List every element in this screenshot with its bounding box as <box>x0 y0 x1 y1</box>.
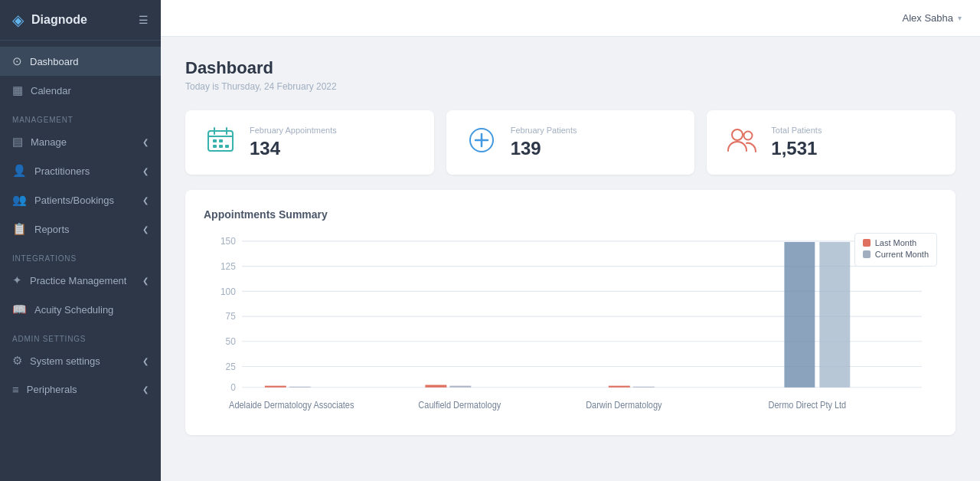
chevron-right-icon: ❮ <box>142 385 149 394</box>
dashboard-icon: ⊙ <box>12 54 22 68</box>
svg-rect-29 <box>289 387 311 388</box>
page-title: Dashboard <box>185 58 956 78</box>
people-stat-icon <box>725 126 759 159</box>
sidebar-item-acuity-scheduling[interactable]: 📖 Acuity Scheduling <box>0 295 161 324</box>
svg-point-13 <box>744 131 753 139</box>
chart-legend: Last Month Current Month <box>854 233 937 267</box>
svg-rect-6 <box>213 145 217 148</box>
stat-value: 1,531 <box>771 138 822 159</box>
calendar-stat-icon <box>204 126 237 159</box>
chevron-right-icon: ❮ <box>142 196 149 205</box>
chevron-right-icon: ❮ <box>142 138 149 146</box>
chevron-right-icon: ❮ <box>142 167 149 175</box>
legend-label-last-month: Last Month <box>875 238 916 247</box>
svg-text:75: 75 <box>226 311 236 322</box>
sidebar-item-practice-management[interactable]: ✦ Practice Management ❮ <box>0 266 161 295</box>
svg-text:Adelaide Dermatology Associate: Adelaide Dermatology Associates <box>229 401 354 411</box>
stat-card-feb-appointments: February Appointments 134 <box>185 110 434 175</box>
sidebar-item-label: Practice Management <box>30 275 126 286</box>
manage-icon: ▤ <box>12 135 23 149</box>
svg-rect-33 <box>633 387 655 388</box>
svg-text:0: 0 <box>230 382 236 394</box>
practitioners-icon: 👤 <box>12 164 27 178</box>
reports-icon: 📋 <box>12 222 27 236</box>
chevron-right-icon: ❮ <box>142 225 149 234</box>
legend-dot-current-month <box>863 250 871 258</box>
stat-label: February Appointments <box>250 126 337 135</box>
svg-rect-4 <box>213 139 217 142</box>
legend-label-current-month: Current Month <box>875 250 929 259</box>
svg-point-12 <box>732 129 743 140</box>
user-name: Alex Sabha <box>903 12 954 24</box>
stats-row: February Appointments 134 February Patie… <box>185 110 956 175</box>
hamburger-icon[interactable]: ☰ <box>139 14 149 26</box>
svg-rect-30 <box>425 385 446 388</box>
svg-rect-32 <box>609 386 630 388</box>
svg-rect-5 <box>219 139 223 142</box>
peripherals-icon: ≡ <box>12 383 19 396</box>
calendar-icon: ▦ <box>12 83 23 97</box>
chart-svg: 150 125 100 75 50 25 0 <box>204 233 937 417</box>
svg-text:Caulfield Dermatology: Caulfield Dermatology <box>418 401 501 411</box>
acuity-icon: 📖 <box>12 303 27 316</box>
appointments-summary-card: Appointments Summary 150 125 100 75 <box>185 190 956 435</box>
sidebar-item-label: Patients/Bookings <box>34 195 114 206</box>
svg-rect-31 <box>449 386 471 388</box>
sidebar-header: ◈ Diagnode ☰ <box>0 0 161 41</box>
legend-last-month: Last Month <box>863 238 929 247</box>
stat-info-feb-appointments: February Appointments 134 <box>250 126 337 159</box>
plus-circle-stat-icon <box>465 126 498 159</box>
integrations-section-label: Integrations <box>0 244 161 266</box>
svg-rect-8 <box>225 145 229 148</box>
svg-text:25: 25 <box>226 361 236 372</box>
sidebar-item-label: System settings <box>30 355 100 367</box>
stat-value: 134 <box>250 138 337 159</box>
page-content: Dashboard Today is Thursday, 24 February… <box>161 37 980 481</box>
svg-rect-28 <box>265 386 286 388</box>
sidebar-item-practitioners[interactable]: 👤 Practitioners ❮ <box>0 156 161 185</box>
sidebar-item-dashboard[interactable]: ⊙ Dashboard <box>0 47 161 76</box>
chevron-right-icon: ❮ <box>142 276 149 285</box>
stat-label: Total Patients <box>771 126 822 135</box>
stat-info-feb-patients: February Patients 139 <box>511 126 577 159</box>
brand-name: Diagnode <box>31 13 87 27</box>
patients-icon: 👥 <box>12 193 27 207</box>
sidebar-item-label: Manage <box>31 136 67 148</box>
svg-rect-7 <box>219 145 223 148</box>
svg-rect-34 <box>784 242 815 388</box>
sidebar-item-label: Dashboard <box>30 56 79 67</box>
settings-icon: ⚙ <box>12 354 22 368</box>
management-section-label: Management <box>0 105 161 127</box>
sidebar-item-label: Peripherals <box>27 384 77 395</box>
svg-rect-35 <box>819 242 850 388</box>
sidebar-item-peripherals[interactable]: ≡ Peripherals ❮ <box>0 375 161 404</box>
user-menu[interactable]: Alex Sabha ▾ <box>903 12 962 24</box>
main-area: Alex Sabha ▾ Dashboard Today is Thursday… <box>161 0 980 481</box>
chevron-right-icon: ❮ <box>142 357 149 365</box>
stat-card-total-patients: Total Patients 1,531 <box>707 110 956 175</box>
sidebar-item-calendar[interactable]: ▦ Calendar <box>0 76 161 105</box>
sidebar-nav: ⊙ Dashboard ▦ Calendar Management ▤ Mana… <box>0 41 161 481</box>
page-subtitle: Today is Thursday, 24 February 2022 <box>185 81 956 92</box>
legend-current-month: Current Month <box>863 250 929 259</box>
sidebar-item-reports[interactable]: 📋 Reports ❮ <box>0 214 161 244</box>
svg-text:Dermo Direct Pty Ltd: Dermo Direct Pty Ltd <box>768 401 846 411</box>
sidebar-item-label: Calendar <box>31 85 71 97</box>
logo-icon: ◈ <box>12 11 24 29</box>
sidebar-item-label: Practitioners <box>34 165 90 177</box>
svg-text:150: 150 <box>220 236 236 247</box>
user-menu-chevron: ▾ <box>958 14 962 22</box>
stat-label: February Patients <box>511 126 577 135</box>
legend-dot-last-month <box>863 239 871 247</box>
svg-text:50: 50 <box>226 336 236 348</box>
sidebar-item-manage[interactable]: ▤ Manage ❮ <box>0 127 161 156</box>
sidebar-item-label: Reports <box>34 224 70 235</box>
stat-value: 139 <box>511 138 577 159</box>
sidebar-item-patients-bookings[interactable]: 👥 Patients/Bookings ❮ <box>0 185 161 214</box>
sidebar-item-label: Acuity Scheduling <box>34 304 113 316</box>
svg-text:100: 100 <box>220 286 236 297</box>
sidebar-item-system-settings[interactable]: ⚙ System settings ❮ <box>0 346 161 375</box>
topbar: Alex Sabha ▾ <box>161 0 980 37</box>
svg-text:Darwin Dermatology: Darwin Dermatology <box>586 401 662 411</box>
stat-info-total-patients: Total Patients 1,531 <box>771 126 822 159</box>
